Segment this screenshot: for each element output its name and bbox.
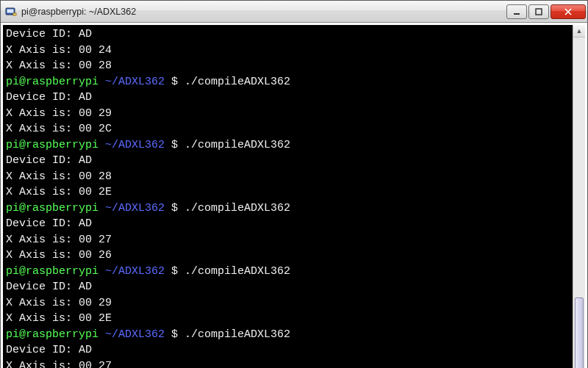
terminal[interactable]: Device ID: AD X Axis is: 00 24 X Axis is… bbox=[3, 25, 573, 368]
titlebar[interactable]: pi@raspberrypi: ~/ADXL362 bbox=[1, 1, 587, 23]
prompt-path: ~/ADXL362 bbox=[105, 265, 165, 278]
svg-rect-4 bbox=[536, 9, 542, 15]
prompt-line: pi@raspberrypi ~/ADXL362 $ ./compileADXL… bbox=[6, 76, 290, 88]
output-line: Device ID: AD bbox=[6, 217, 92, 230]
prompt-line: pi@raspberrypi ~/ADXL362 $ ./compileADXL… bbox=[6, 265, 290, 278]
output-line: X Axis is: 00 2E bbox=[6, 312, 112, 325]
window-title: pi@raspberrypi: ~/ADXL362 bbox=[21, 7, 505, 17]
putty-window: pi@raspberrypi: ~/ADXL362 Device ID: AD … bbox=[0, 0, 588, 368]
output-line: X Axis is: 00 26 bbox=[6, 249, 112, 261]
output-line: X Axis is: 00 27 bbox=[6, 234, 112, 246]
scroll-up-button[interactable]: ▲ bbox=[573, 25, 585, 37]
prompt-path: ~/ADXL362 bbox=[105, 76, 165, 88]
prompt-userhost: pi@raspberrypi bbox=[6, 202, 105, 214]
prompt-userhost: pi@raspberrypi bbox=[6, 139, 105, 151]
output-line: Device ID: AD bbox=[6, 281, 92, 293]
output-line: X Axis is: 00 28 bbox=[6, 170, 112, 183]
prompt-path: ~/ADXL362 bbox=[105, 139, 165, 151]
command-text: ./compileADXL362 bbox=[184, 202, 290, 214]
prompt-line: pi@raspberrypi ~/ADXL362 $ ./compileADXL… bbox=[6, 328, 290, 341]
output-line: Device ID: AD bbox=[6, 91, 92, 104]
scroll-thumb[interactable] bbox=[575, 297, 584, 368]
output-line: X Axis is: 00 28 bbox=[6, 59, 112, 72]
svg-rect-1 bbox=[7, 9, 14, 12]
output-line: X Axis is: 00 29 bbox=[6, 107, 112, 120]
prompt-line: pi@raspberrypi ~/ADXL362 $ ./compileADXL… bbox=[6, 139, 290, 151]
command-text: ./compileADXL362 bbox=[184, 265, 290, 278]
output-line: X Axis is: 00 2E bbox=[6, 186, 112, 198]
prompt-sep: $ bbox=[165, 202, 184, 214]
prompt-line: pi@raspberrypi ~/ADXL362 $ ./compileADXL… bbox=[6, 202, 290, 214]
output-line: X Axis is: 00 24 bbox=[6, 44, 112, 57]
prompt-sep: $ bbox=[165, 76, 184, 88]
prompt-userhost: pi@raspberrypi bbox=[6, 265, 105, 278]
command-text: ./compileADXL362 bbox=[184, 328, 290, 341]
prompt-userhost: pi@raspberrypi bbox=[6, 76, 105, 88]
output-line: Device ID: AD bbox=[6, 154, 92, 167]
scrollbar[interactable]: ▲ ▼ bbox=[573, 25, 585, 368]
app-icon bbox=[5, 6, 17, 18]
output-line: X Axis is: 00 27 bbox=[6, 360, 112, 369]
client-area: Device ID: AD X Axis is: 00 24 X Axis is… bbox=[1, 23, 587, 368]
svg-rect-3 bbox=[514, 13, 520, 15]
prompt-userhost: pi@raspberrypi bbox=[6, 328, 105, 341]
prompt-path: ~/ADXL362 bbox=[105, 328, 165, 341]
output-line: X Axis is: 00 2C bbox=[6, 123, 112, 135]
prompt-sep: $ bbox=[165, 328, 184, 341]
prompt-sep: $ bbox=[165, 139, 184, 151]
output-line: Device ID: AD bbox=[6, 28, 92, 40]
command-text: ./compileADXL362 bbox=[184, 139, 290, 151]
window-buttons bbox=[505, 4, 586, 19]
svg-rect-2 bbox=[13, 13, 16, 15]
prompt-sep: $ bbox=[165, 265, 184, 278]
prompt-path: ~/ADXL362 bbox=[105, 202, 165, 214]
output-line: X Axis is: 00 29 bbox=[6, 297, 112, 309]
close-button[interactable] bbox=[551, 4, 586, 19]
command-text: ./compileADXL362 bbox=[184, 76, 290, 88]
maximize-button[interactable] bbox=[528, 4, 549, 19]
minimize-button[interactable] bbox=[506, 4, 527, 19]
output-line: Device ID: AD bbox=[6, 344, 92, 356]
